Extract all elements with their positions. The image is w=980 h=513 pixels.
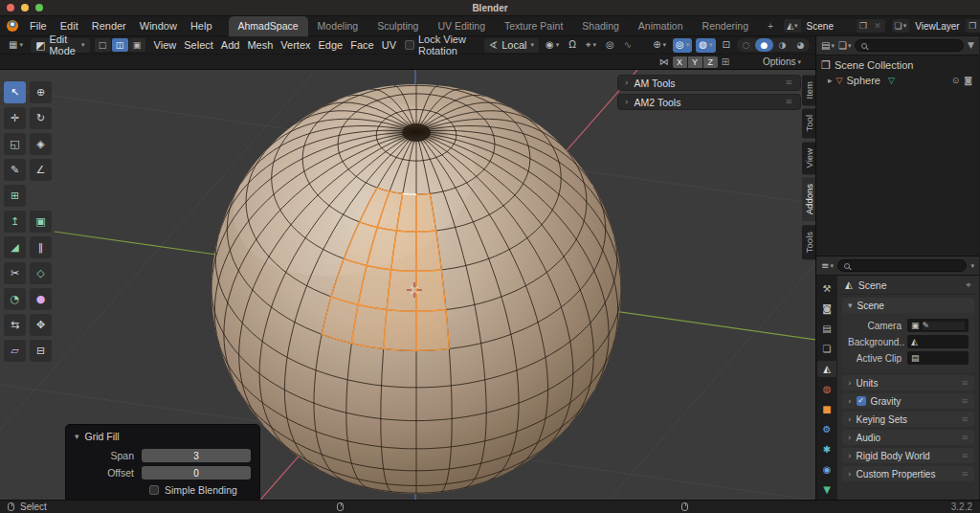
mode-dropdown[interactable]: ◩Edit Mode▾ [31,38,90,53]
drag-handle-icon[interactable]: ≡ [961,415,969,424]
workspace-tab-animation[interactable]: Animation [629,16,693,36]
properties-panel-keying-sets[interactable]: › ✓ Keying Sets ≡ [842,412,974,427]
tool-smooth[interactable]: ● [30,288,52,310]
show-gizmo-dropdown[interactable]: ⊕▾ [650,38,669,53]
face-select-button[interactable]: ▣ [129,38,145,52]
snap-settings-dropdown[interactable]: ⌖▾ [583,38,599,53]
proportional-falloff-dropdown[interactable]: ∿ [621,38,635,53]
tool-knife[interactable]: ✂ [4,262,26,284]
n-panel-section-am2-tools[interactable]: ›AM2 Tools≡ [617,94,801,110]
tab-world[interactable]: ◍ [817,381,836,397]
drag-handle-icon[interactable]: ≡ [961,452,969,460]
sidebar-tab-item[interactable]: Item [802,75,815,105]
tool-add-cube[interactable]: ⊞ [4,185,26,207]
tool-inset-faces[interactable]: ▣ [30,211,52,233]
mirror-axis-button-y[interactable]: Y [688,56,702,68]
vertex-select-button[interactable]: □ [95,38,111,52]
properties-editor-dropdown[interactable]: ≡▾ [821,261,834,271]
tool-rotate[interactable]: ↻ [30,107,52,129]
n-panel-section-am-tools[interactable]: ›AM Tools≡ [617,75,801,91]
view-layer-selector[interactable]: ❏▾ ViewLayer ❐ ✕ [891,18,980,33]
properties-panel-rigid-body-world[interactable]: › ✓ Rigid Body World ≡ [842,448,974,463]
blender-logo-icon[interactable] [7,20,18,32]
camera-field[interactable]: ▣✎ [907,319,969,332]
scene-panel-header[interactable]: ▾ Scene [842,298,974,313]
tool-poly-build[interactable]: ◇ [30,262,52,284]
value-slider[interactable]: 0 [142,466,251,480]
pivot-point-dropdown[interactable]: ◉▾ [543,38,562,53]
drag-handle-icon[interactable]: ≡ [961,397,969,406]
chevron-down-icon[interactable]: ▾ [75,433,79,441]
workspace-tab-ahmadspace[interactable]: AhmadSpace [229,16,308,36]
viewport-menu-vertex[interactable]: Vertex [277,39,314,51]
sidebar-tab-view[interactable]: View [802,142,815,174]
simple-blending-checkbox[interactable] [149,485,159,495]
tool-shear[interactable]: ▱ [4,340,26,362]
snap-grid-icon[interactable]: ⊞ [722,57,729,67]
drag-handle-icon[interactable]: ≡ [785,78,793,87]
scene-selector[interactable]: ◭▾ Scene ❐ ✕ [783,18,885,33]
tab-modifiers[interactable]: ⚙ [817,421,836,437]
lock-view-rotation[interactable]: Lock View Rotation [405,33,479,56]
workspace-tab-texture-paint[interactable]: Texture Paint [495,16,572,36]
tool-spin[interactable]: ◔ [4,288,26,310]
add-workspace-tab[interactable]: + [758,16,783,36]
active-clip-field[interactable]: ▤ [907,351,969,365]
tab-render[interactable]: ◙ [817,301,836,317]
new-view-layer-button[interactable]: ❐ [966,22,980,31]
menu-window[interactable]: Window [133,18,184,33]
mirror-axis-button-x[interactable]: X [673,56,687,68]
hide-eye-icon[interactable]: ⊙ [952,77,960,85]
material-shading-button[interactable]: ◑ [773,38,791,52]
tool-edge-slide[interactable]: ⇆ [4,314,26,336]
disable-render-icon[interactable]: ◙ [964,77,972,85]
properties-panel-audio[interactable]: › ✓ Audio ≡ [842,430,974,445]
gravity-checkbox[interactable]: ✓ [857,396,866,406]
tab-output[interactable]: ▤ [817,321,836,337]
tool-loop-cut[interactable]: ‖ [30,236,52,258]
tool-transform[interactable]: ◈ [30,133,52,155]
drag-handle-icon[interactable]: ≡ [961,470,969,479]
outliner-row-sphere[interactable]: ▸ ▽ Sphere ▽ ⊙ ◙ [816,73,979,88]
operator-panel[interactable]: ▾ Grid Fill Span 3 Offset 0 [65,424,260,500]
tool-annotate[interactable]: ✎ [4,159,26,181]
new-scene-button[interactable]: ❐ [857,22,871,31]
tool-extrude-region[interactable]: ↥ [4,211,26,233]
drag-handle-icon[interactable]: ≡ [961,434,969,442]
filter-icon[interactable]: ▼ [968,41,974,50]
viewport-menu-edge[interactable]: Edge [315,39,347,51]
properties-search-input[interactable] [837,259,968,272]
drag-handle-icon[interactable]: ≡ [961,379,969,388]
tool-bevel[interactable]: ◢ [4,236,26,258]
snap-toggle[interactable]: Ω [566,38,579,53]
tab-object-data[interactable]: ▼ [817,481,836,498]
toggle-xray-button[interactable]: ⊡ [720,38,733,53]
delete-scene-button[interactable]: ✕ [871,22,885,31]
show-overlays-dropdown[interactable]: ◎▾ [673,38,692,53]
tab-tool[interactable]: ⚒ [817,280,836,297]
properties-panel-custom-properties[interactable]: › ✓ Custom Properties ≡ [842,466,974,481]
tool-scale[interactable]: ◱ [4,133,26,155]
mirror-axis-button-z[interactable]: Z [703,56,718,68]
sidebar-tab-addons[interactable]: Addons [802,177,815,221]
background-scene-field[interactable]: ◭ [907,335,969,348]
viewport-menu-face[interactable]: Face [346,39,377,51]
options-chevron-icon[interactable]: ▾ [970,262,974,270]
tab-physics[interactable]: ◉ [817,461,836,478]
lock-view-rotation-checkbox[interactable] [405,40,414,50]
solid-shading-button[interactable]: ● [755,38,773,52]
pin-icon[interactable]: ⌖ [966,280,971,290]
menu-edit[interactable]: Edit [54,18,85,33]
viewport-menu-uv[interactable]: UV [378,39,400,51]
transform-orientation-dropdown[interactable]: ∢Local▾ [484,38,539,53]
scene-name-field[interactable]: Scene [801,19,857,33]
tab-view-layer[interactable]: ❏ [817,341,836,357]
outliner-search-input[interactable] [855,39,964,52]
eyedropper-icon[interactable]: ✎ [923,322,965,330]
editor-type-dropdown[interactable]: ▦▾ [6,38,26,53]
viewport-menu-mesh[interactable]: Mesh [243,39,277,51]
tool-shrink-fatten[interactable]: ✥ [30,314,52,336]
tool-move[interactable]: ✛ [4,107,26,129]
drag-handle-icon[interactable]: ≡ [785,98,793,106]
3d-viewport[interactable]: ↖⊕✛↻◱◈✎∠⊞↥▣◢‖✂◇◔●⇆✥▱⊟ ›AM Tools≡›AM2 Too… [0,70,815,500]
